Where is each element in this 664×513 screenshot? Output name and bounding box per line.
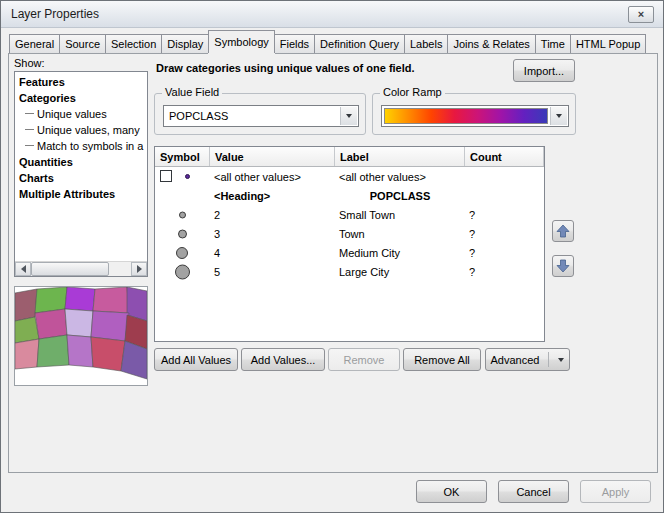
move-down-button[interactable] xyxy=(552,255,574,277)
point-symbol-icon xyxy=(176,247,188,259)
apply-button[interactable]: Apply xyxy=(580,480,651,503)
remove-all-button[interactable]: Remove All xyxy=(403,348,481,371)
table-header: Symbol Value Label Count xyxy=(155,147,544,167)
tab-source[interactable]: Source xyxy=(59,34,106,53)
scroll-right-icon xyxy=(137,265,142,273)
value-field-arrow xyxy=(340,107,357,125)
tab-general[interactable]: General xyxy=(9,34,60,53)
show-item-features[interactable]: Features xyxy=(15,74,147,90)
titlebar[interactable]: Layer Properties × xyxy=(1,1,663,28)
table-row-3[interactable]: 3 Town ? xyxy=(155,224,544,243)
import-button[interactable]: Import... xyxy=(513,59,575,82)
arrow-down-icon xyxy=(556,259,570,273)
advanced-button[interactable]: Advanced xyxy=(485,348,570,371)
table-row-2[interactable]: 2 Small Town ? xyxy=(155,205,544,224)
value-field-select[interactable]: POPCLASS xyxy=(163,105,359,127)
table-row-heading[interactable]: <Heading> POPCLASS xyxy=(155,186,544,205)
color-ramp-preview xyxy=(384,108,548,124)
show-label: Show: xyxy=(14,57,45,69)
tab-joins-relates[interactable]: Joins & Relates xyxy=(447,34,535,53)
tab-fields[interactable]: Fields xyxy=(274,34,315,53)
add-values-button[interactable]: Add Values... xyxy=(241,348,325,371)
show-item-unique-values[interactable]: Unique values xyxy=(15,106,147,122)
add-all-values-button[interactable]: Add All Values xyxy=(154,348,238,371)
table-row-all-other-values[interactable]: <all other values> <all other values> xyxy=(155,167,544,186)
header-label[interactable]: Label xyxy=(335,147,465,166)
chevron-down-icon xyxy=(346,114,352,118)
button-divider xyxy=(548,352,549,367)
point-symbol-icon xyxy=(175,264,190,279)
tab-selection[interactable]: Selection xyxy=(105,34,162,53)
arrow-up-icon xyxy=(556,224,570,238)
map-preview xyxy=(14,286,148,386)
point-symbol-icon xyxy=(178,229,187,238)
tab-labels[interactable]: Labels xyxy=(404,34,448,53)
show-item-unique-values-many[interactable]: Unique values, many xyxy=(15,122,147,138)
show-item-match-symbols[interactable]: Match to symbols in a xyxy=(15,138,147,154)
move-up-button[interactable] xyxy=(552,220,574,242)
color-ramp-label: Color Ramp xyxy=(380,86,445,99)
point-symbol-icon xyxy=(179,211,186,218)
scroll-left-icon xyxy=(21,265,26,273)
all-other-values-checkbox[interactable] xyxy=(160,170,172,182)
show-list: Features Categories Unique values Unique… xyxy=(14,71,148,277)
value-field-value: POPCLASS xyxy=(169,109,228,124)
table-row-5[interactable]: 5 Large City ? xyxy=(155,262,544,281)
header-symbol[interactable]: Symbol xyxy=(155,147,210,166)
show-item-multiple-attributes[interactable]: Multiple Attributes xyxy=(15,186,147,202)
h-scrollbar[interactable] xyxy=(15,261,147,276)
tab-symbology[interactable]: Symbology xyxy=(208,30,274,53)
header-count[interactable]: Count xyxy=(465,147,544,166)
close-button[interactable]: × xyxy=(628,6,654,23)
show-item-categories[interactable]: Categories xyxy=(15,90,147,106)
tab-definition-query[interactable]: Definition Query xyxy=(314,34,405,53)
show-item-quantities[interactable]: Quantities xyxy=(15,154,147,170)
layer-properties-dialog: Layer Properties × General Source Select… xyxy=(0,0,664,513)
table-row-4[interactable]: 4 Medium City ? xyxy=(155,243,544,262)
ok-button[interactable]: OK xyxy=(416,480,487,503)
map-preview-image xyxy=(15,287,147,385)
color-ramp-arrow xyxy=(550,107,567,125)
chevron-down-icon xyxy=(558,358,564,362)
remove-button[interactable]: Remove xyxy=(328,348,400,371)
chevron-down-icon xyxy=(556,114,562,118)
values-table: Symbol Value Label Count <all other valu… xyxy=(154,146,545,342)
scrollbar-thumb[interactable] xyxy=(31,262,109,276)
tab-time[interactable]: Time xyxy=(535,34,571,53)
value-field-label: Value Field xyxy=(162,86,222,99)
page-heading: Draw categories using unique values of o… xyxy=(156,62,415,74)
header-value[interactable]: Value xyxy=(210,147,335,166)
show-item-charts[interactable]: Charts xyxy=(15,170,147,186)
scroll-left-button[interactable] xyxy=(15,262,31,276)
color-ramp-group: Color Ramp xyxy=(372,93,576,135)
window-title: Layer Properties xyxy=(11,7,99,21)
tab-strip: General Source Selection Display Symbolo… xyxy=(9,33,645,53)
color-ramp-select[interactable] xyxy=(381,105,569,127)
scroll-right-button[interactable] xyxy=(131,262,147,276)
cancel-button[interactable]: Cancel xyxy=(498,480,569,503)
tab-html-popup[interactable]: HTML Popup xyxy=(570,34,646,53)
tab-display[interactable]: Display xyxy=(161,34,209,53)
point-symbol-icon xyxy=(185,174,190,179)
close-icon: × xyxy=(638,9,644,20)
value-field-group: Value Field POPCLASS xyxy=(154,93,366,135)
